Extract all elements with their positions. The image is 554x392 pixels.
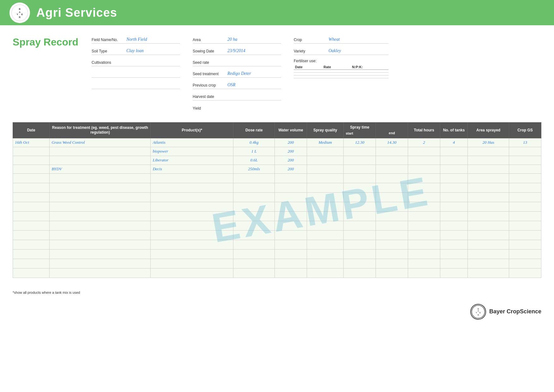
cell-empty [151,230,233,240]
cell-empty [468,249,509,259]
cell-area_sprayed: 20 Has [468,138,509,147]
cell-empty [344,259,376,268]
main-content: Spray Record Field Name/No. North Field … [0,25,554,284]
cell-empty [151,240,233,249]
cell-empty [50,202,151,211]
cell-empty [376,230,408,240]
soil-type-label: Soil Type [92,49,126,53]
cell-product: Decis [151,165,233,173]
cell-date [13,147,50,156]
cell-crop_gs: 13 [509,138,541,147]
cell-empty [509,240,541,249]
cell-empty [50,221,151,230]
cell-empty [344,221,376,230]
table-row: 16th OctGrass Weed ControlAtlantis0.4kg2… [13,138,541,147]
th-end: end [376,123,408,138]
fert-rate-header: Rate [322,64,351,70]
soil-type-value: Clay loan [126,48,144,53]
fert-date-2 [294,73,322,75]
blank-row-3 [92,92,180,100]
cell-empty [233,240,275,249]
th-quality: Spray quality [307,123,344,138]
cell-spray_start [344,147,376,156]
cell-empty [509,202,541,211]
crop-value: Wheat [328,37,340,42]
cell-empty [307,202,344,211]
th-total: Total hours [408,123,440,138]
seed-treatment-label: Seed treatment [193,72,227,76]
cell-empty [376,221,408,230]
cell-empty [376,173,408,183]
fertiliser-table: Date Rate N:P:K: [294,64,388,78]
fertiliser-title: Fertiliser use: [294,59,388,63]
cell-empty [307,240,344,249]
cell-empty [376,192,408,202]
th-water: Water volume [275,123,307,138]
cell-empty [468,173,509,183]
cell-empty [408,221,440,230]
seed-rate-label: Seed rate [193,60,227,65]
cell-empty [509,211,541,221]
field-col-3: Crop Wheat Variety Oakley Fertiliser use… [294,35,388,114]
cell-total_hours: 2 [408,138,440,147]
cell-empty [344,192,376,202]
cell-empty [275,221,307,230]
harvest-date-row: Harvest date [193,92,281,100]
cell-empty [151,183,233,192]
cell-no_tanks [440,165,467,173]
cell-spray_quality [307,165,344,173]
field-info-section: Field Name/No. North Field Soil Type Cla… [92,35,541,114]
field-name-value: North Field [126,37,147,42]
fert-row-1 [294,70,388,73]
cell-empty [233,221,275,230]
th-date: Date [13,123,50,138]
fert-rate-2 [322,73,351,75]
cell-empty [151,173,233,183]
cell-empty [233,192,275,202]
cell-empty [408,249,440,259]
fert-npk-3 [351,75,388,78]
cell-empty [275,240,307,249]
cell-dose_rate: 1 L [233,147,275,156]
field-name-label: Field Name/No. [92,38,126,42]
cell-empty [307,259,344,268]
cell-empty [151,192,233,202]
table-row-empty [13,249,541,259]
cell-empty [509,259,541,268]
cell-area_sprayed [468,165,509,173]
svg-text:E: E [21,13,23,15]
cell-empty [233,211,275,221]
fert-row-3 [294,75,388,78]
table-row-empty [13,240,541,249]
cell-reason [50,147,151,156]
svg-text:R: R [19,16,21,19]
cell-empty [509,192,541,202]
fert-npk-1 [351,70,388,73]
cell-empty [13,211,50,221]
fert-npk-2 [351,73,388,75]
field-col-2: Area 20 ha Sowing Date 23/9/2014 Seed ra… [193,35,281,114]
cell-spray_quality: Medium [307,138,344,147]
cell-empty [344,202,376,211]
yield-label: Yield [193,106,227,111]
cell-empty [307,183,344,192]
cell-empty [233,259,275,268]
th-area: Area sprayed [468,123,509,138]
sowing-date-label: Sowing Date [193,49,227,53]
th-reason: Reason for treatment (eg. weed, pest dis… [50,123,151,138]
table-row-empty [13,230,541,240]
footer: *show all products where a tank mix is u… [0,284,554,301]
cell-empty [275,249,307,259]
cell-empty [275,211,307,221]
cell-empty [275,202,307,211]
cell-reason [50,156,151,165]
top-info-section: Spray Record Field Name/No. North Field … [13,35,541,114]
table-row-empty [13,192,541,202]
cell-empty [307,221,344,230]
sowing-date-value: 23/9/2014 [227,48,245,53]
table-row-empty [13,268,541,278]
cell-empty [468,211,509,221]
cell-spray_end: 14.30 [376,138,408,147]
cell-empty [376,202,408,211]
th-dose: Dose rate [233,123,275,138]
